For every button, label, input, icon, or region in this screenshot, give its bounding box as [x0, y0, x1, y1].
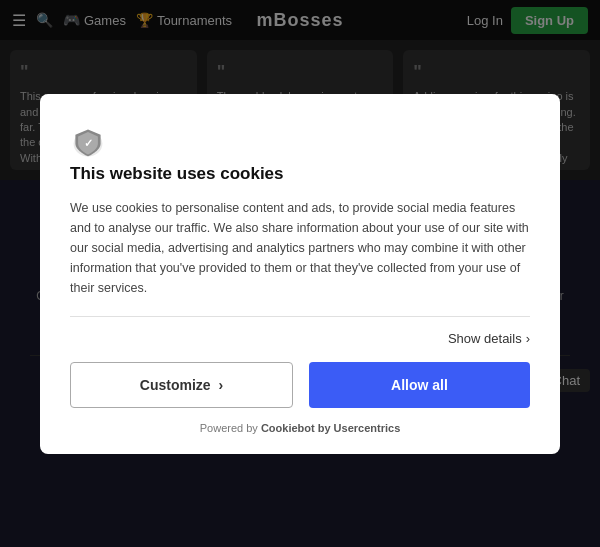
customize-button[interactable]: Customize › — [70, 362, 293, 408]
allow-all-button[interactable]: Allow all — [309, 362, 530, 408]
cookie-buttons: Customize › Allow all — [70, 362, 530, 408]
footer-powered-text: Powered by — [200, 422, 258, 434]
customize-chevron-icon: › — [219, 377, 224, 393]
modal-overlay: ✓ This website uses cookies We use cooki… — [0, 0, 600, 547]
cookie-body-text: We use cookies to personalise content an… — [70, 198, 530, 298]
cookiebot-link[interactable]: Cookiebot by Usercentrics — [261, 422, 400, 434]
show-details-link[interactable]: Show details › — [448, 331, 530, 346]
cookie-divider — [70, 316, 530, 317]
show-details-row: Show details › — [70, 331, 530, 346]
show-details-label: Show details — [448, 331, 522, 346]
cookie-modal: ✓ This website uses cookies We use cooki… — [40, 94, 560, 454]
chevron-right-icon: › — [526, 331, 530, 346]
cookie-footer: Powered by Cookiebot by Usercentrics — [70, 422, 530, 434]
cookie-title: This website uses cookies — [70, 164, 530, 184]
cookie-shield-icon: ✓ — [70, 124, 106, 160]
customize-label: Customize — [140, 377, 211, 393]
svg-text:✓: ✓ — [84, 136, 93, 148]
